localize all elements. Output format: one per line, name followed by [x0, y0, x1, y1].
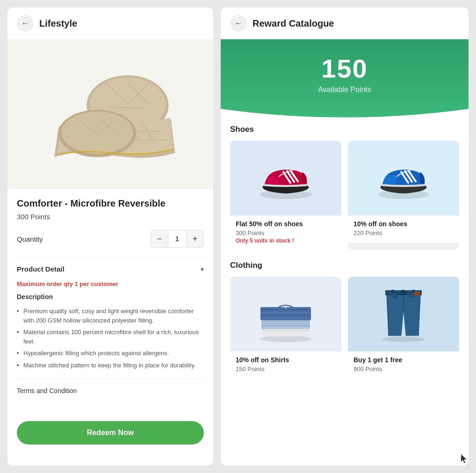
redeem-btn-container: Redeem Now	[7, 412, 213, 454]
quantity-decrease-button[interactable]: −	[151, 230, 168, 247]
clothing-card-1[interactable]: 10% off on Shirts 150 Points	[230, 277, 341, 379]
description-heading: Description	[17, 293, 204, 301]
blue-shoe-icon	[373, 152, 434, 204]
clothing-card-1-info: 10% off on Shirts 150 Points	[230, 351, 341, 379]
list-item: Hypoallergenic filling which protects ag…	[17, 347, 204, 359]
shoes-card-2[interactable]: 10% off on shoes 220 Points	[348, 141, 459, 250]
svg-point-34	[382, 337, 426, 342]
clothing-section-title: Clothing	[230, 261, 459, 270]
shoes-card-1-points: 300 Points	[236, 229, 336, 236]
clothing-card-2-info: Buy 1 get 1 free 900 Points	[348, 351, 459, 379]
clothing-card-1-title: 10% off on Shirts	[236, 356, 336, 364]
list-item: Premium quality soft, cosy and light wei…	[17, 305, 204, 326]
red-shoe-icon	[255, 152, 316, 204]
clothing-card-2-points: 900 Points	[353, 366, 454, 373]
chevron-down-icon: ▾	[201, 265, 204, 273]
terms-row[interactable]: Terms and Condition	[17, 379, 204, 402]
shoes-card-2-info: 10% off on shoes 220 Points	[348, 215, 459, 243]
points-number: 150	[230, 53, 459, 84]
clothing-cards-row: 10% off on Shirts 150 Points	[230, 277, 459, 379]
clothing-card-1-points: 150 Points	[236, 366, 336, 373]
shoes-card-1-info: Flat 50% off on shoes 300 Points Only 5 …	[230, 215, 341, 250]
left-panel-title: Lifestyle	[39, 18, 77, 29]
clothing-card-1-image	[230, 277, 341, 351]
jeans-icon	[371, 284, 436, 344]
left-header: ← Lifestyle	[7, 7, 213, 39]
svg-rect-41	[402, 290, 404, 293]
svg-rect-24	[261, 319, 310, 329]
svg-point-33	[285, 307, 287, 309]
terms-label: Terms and Condition	[17, 387, 77, 394]
shoes-card-1[interactable]: Flat 50% off on shoes 300 Points Only 5 …	[230, 141, 341, 250]
list-item: Machine stitched pattern to keep the fil…	[17, 359, 204, 372]
svg-rect-22	[262, 328, 309, 337]
left-panel: ← Lifestyle	[7, 7, 213, 466]
product-detail-label: Product Detail	[17, 265, 65, 273]
svg-rect-40	[391, 290, 394, 293]
shoes-card-1-image	[230, 141, 341, 215]
right-panel-title: Reward Catalogue	[252, 18, 334, 29]
quantity-controls: − 1 +	[151, 230, 204, 248]
svg-point-21	[260, 336, 311, 342]
right-header: ← Reward Catalogue	[221, 7, 469, 39]
product-name: Comforter - Microfibre Reversible	[17, 198, 204, 209]
shoes-card-1-stock: Only 5 units in stock !	[236, 237, 336, 244]
catalogue-content: Shoes	[221, 117, 469, 466]
points-banner: 150 Available Points	[221, 39, 469, 117]
shoes-card-2-points: 220 Points	[353, 229, 454, 236]
svg-point-15	[62, 111, 133, 153]
clothing-card-2[interactable]: Buy 1 get 1 free 900 Points	[348, 277, 459, 379]
clothing-card-2-image	[348, 277, 459, 351]
quantity-increase-button[interactable]: +	[187, 230, 203, 247]
svg-rect-43	[414, 292, 420, 295]
product-image-container	[7, 39, 213, 189]
product-image	[40, 53, 180, 175]
cursor-indicator	[461, 454, 467, 464]
right-panel: ← Reward Catalogue 150 Available Points …	[221, 7, 469, 466]
shoes-card-2-title: 10% off on shoes	[353, 220, 454, 228]
points-label: Available Points	[230, 86, 459, 94]
product-info: Comforter - Microfibre Reversible 300 Po…	[7, 189, 213, 412]
description-list: Premium quality soft, cosy and light wei…	[17, 305, 204, 371]
product-detail-row[interactable]: Product Detail ▾	[17, 257, 204, 280]
shoes-section-title: Shoes	[230, 125, 459, 134]
quantity-value: 1	[168, 230, 187, 247]
shoes-cards-row: Flat 50% off on shoes 300 Points Only 5 …	[230, 141, 459, 250]
list-item: Material contains 100 percent microfibre…	[17, 326, 204, 347]
shoes-card-1-title: Flat 50% off on shoes	[236, 220, 336, 228]
clothing-card-2-title: Buy 1 get 1 free	[353, 356, 454, 364]
shoes-card-2-image	[348, 141, 459, 215]
shirts-icon	[253, 284, 318, 344]
redeem-now-button[interactable]: Redeem Now	[17, 421, 204, 444]
quantity-row: Quantity − 1 +	[17, 230, 204, 248]
right-back-button[interactable]: ←	[230, 15, 247, 32]
quantity-label: Quantity	[17, 235, 43, 243]
product-points: 300 Points	[17, 213, 204, 221]
left-back-button[interactable]: ←	[17, 15, 34, 32]
comforter-illustration	[40, 58, 180, 170]
max-order-notice: Maximum order qty 1 per customer	[17, 280, 204, 287]
